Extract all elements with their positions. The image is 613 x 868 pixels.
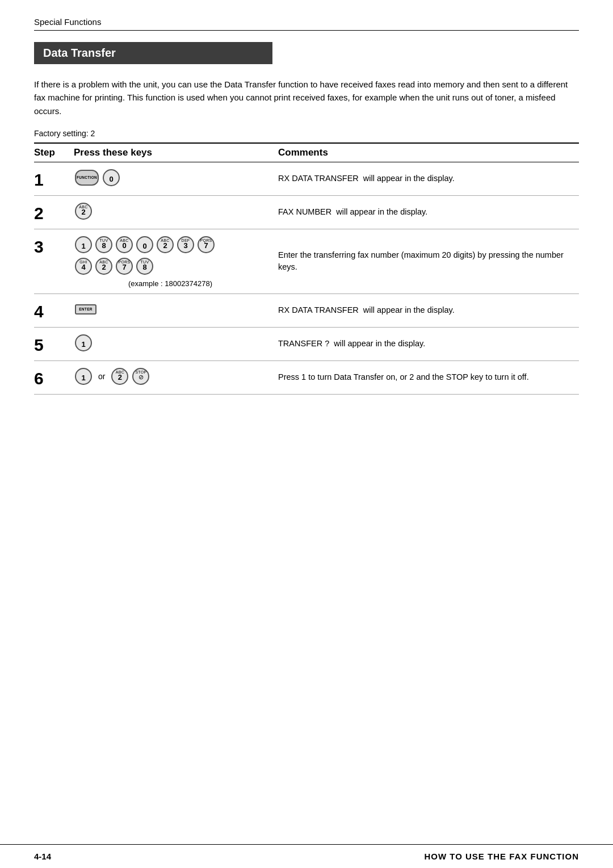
key-1c: 1 <box>75 368 92 385</box>
key-0b: ABC 0 <box>116 236 133 253</box>
section-header-bar: Data Transfer <box>34 42 272 64</box>
key-7-pqrs: PQRS 7 <box>198 236 215 253</box>
top-rule <box>34 30 579 31</box>
key-1: 1 <box>75 236 92 253</box>
keys-row-2: ABC 2 <box>74 202 267 221</box>
table-row: 1 FUNCTION 0 RX DATA TRANSFER will a <box>34 162 579 195</box>
col-header-comments: Comments <box>278 143 579 162</box>
comment-cell: Press 1 to turn Data Transfer on, or 2 a… <box>278 360 579 394</box>
key-2-abc3: ABC 2 <box>95 258 112 275</box>
or-text: or <box>98 372 105 381</box>
step-number: 4 <box>34 293 74 327</box>
step-number: 3 <box>34 229 74 293</box>
key-2-abc4: ABC 2 <box>111 368 128 385</box>
enter-key: ENTER <box>75 304 96 315</box>
step-number: 1 <box>34 162 74 195</box>
keys-row-6: 1 or ABC 2 STOP ⊘ <box>74 367 267 386</box>
keys-row-1: FUNCTION 0 <box>74 168 267 187</box>
key-7-pors: PORS 7 <box>116 258 133 275</box>
key-0: 0 <box>103 169 120 186</box>
main-content: Special Functions Data Transfer If there… <box>0 0 613 844</box>
col-header-keys: Press these keys <box>74 143 278 162</box>
comment-cell: RX DATA TRANSFER will appear in the disp… <box>278 293 579 327</box>
key-8-tuv: TUV 8 <box>95 236 112 253</box>
function-key: FUNCTION <box>75 170 99 186</box>
footer-page-number: 4-14 <box>34 852 51 861</box>
page-footer: 4-14 HOW TO USE THE FAX FUNCTION <box>0 844 613 868</box>
key-2-abc2: ABC 2 <box>157 236 174 253</box>
keys-cell: 1 <box>74 327 278 360</box>
body-text: If there is a problem with the unit, you… <box>34 78 579 118</box>
stop-key: STOP ⊘ <box>132 368 149 385</box>
keys-cell: ENTER <box>74 293 278 327</box>
example-text: (example : 18002374278) <box>74 279 267 288</box>
table-row: 6 1 or ABC 2 STOP <box>34 360 579 394</box>
table-row: 3 1 TUV 8 ABC 0 <box>34 229 579 293</box>
comment-cell: FAX NUMBER will appear in the display. <box>278 195 579 229</box>
table-row: 5 1 TRANSFER ? will appear in the displa… <box>34 327 579 360</box>
keys-row-3b: GHI 4 ABC 2 PORS 7 <box>74 257 267 276</box>
col-header-step: Step <box>34 143 74 162</box>
comment-cell: RX DATA TRANSFER will appear in the disp… <box>278 162 579 195</box>
key-4-ghi: GHI 4 <box>75 258 92 275</box>
table-row: 2 ABC 2 FAX NUMBER will appear in the di… <box>34 195 579 229</box>
keys-cell: 1 or ABC 2 STOP ⊘ <box>74 360 278 394</box>
section-title: Special Functions <box>34 17 579 27</box>
key-2-abc: ABC 2 <box>75 203 92 220</box>
factory-setting: Factory setting: 2 <box>34 129 579 138</box>
key-8-tuv2: TUV 8 <box>136 258 153 275</box>
keys-cell: FUNCTION 0 <box>74 162 278 195</box>
step-number: 6 <box>34 360 74 394</box>
page-container: Special Functions Data Transfer If there… <box>0 0 613 868</box>
keys-row-4: ENTER <box>74 303 267 316</box>
footer-title: HOW TO USE THE FAX FUNCTION <box>424 852 579 861</box>
comment-cell: Enter the transferring fax number (maxim… <box>278 229 579 293</box>
step-number: 5 <box>34 327 74 360</box>
step-number: 2 <box>34 195 74 229</box>
table-row: 4 ENTER RX DATA TRANSFER will appear in … <box>34 293 579 327</box>
keys-row-3a: 1 TUV 8 ABC 0 <box>74 235 267 254</box>
key-1b: 1 <box>75 334 92 351</box>
keys-row-5: 1 <box>74 333 267 353</box>
comment-cell: TRANSFER ? will appear in the display. <box>278 327 579 360</box>
keys-cell: 1 TUV 8 ABC 0 <box>74 229 278 293</box>
keys-cell: ABC 2 <box>74 195 278 229</box>
steps-table: Step Press these keys Comments 1 FUNCTIO… <box>34 142 579 395</box>
key-0c: 0 <box>136 236 153 253</box>
key-3-def: DEF 3 <box>177 236 194 253</box>
